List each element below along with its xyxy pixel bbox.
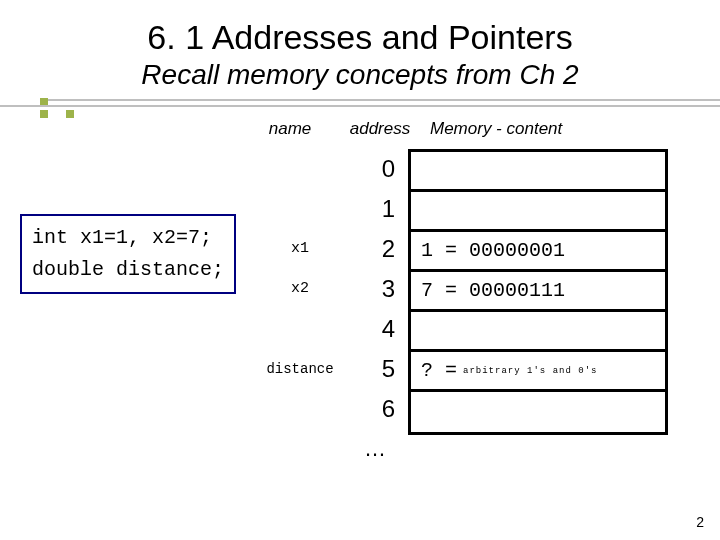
var-name-x1: x1 (260, 229, 340, 269)
mem-cell-0 (411, 152, 665, 192)
name-column: x1 x2 distance (260, 149, 340, 429)
addr-0: 0 (355, 149, 395, 189)
addr-4: 4 (355, 309, 395, 349)
memory-box: 1 = 00000001 7 = 00000111 ? = arbitrary … (408, 149, 668, 435)
column-headers: name address Memory - content (240, 119, 670, 139)
mem-cell-5: ? = arbitrary 1's and 0's (411, 352, 665, 392)
addr-ellipsis: … (355, 429, 395, 469)
code-line-2: double distance; (32, 254, 224, 286)
mem-cell-3: 7 = 00000111 (411, 272, 665, 312)
header-name: name (240, 119, 340, 139)
mem-cell-6 (411, 392, 665, 432)
page-number: 2 (696, 514, 704, 530)
mem-cell-4 (411, 312, 665, 352)
addr-6: 6 (355, 389, 395, 429)
var-name-distance: distance (260, 349, 340, 389)
mem-cell-2: 1 = 00000001 (411, 232, 665, 272)
diagram: name address Memory - content int x1=1, … (0, 119, 720, 499)
address-column: 0 1 2 3 4 5 6 … (355, 149, 395, 469)
slide-title: 6. 1 Addresses and Pointers (0, 18, 720, 57)
header-address: address (340, 119, 420, 139)
code-box: int x1=1, x2=7; double distance; (20, 214, 236, 294)
addr-5: 5 (355, 349, 395, 389)
mem-cell-5-prefix: ? = (421, 359, 457, 382)
mem-cell-5-arbitrary: arbitrary 1's and 0's (463, 366, 597, 376)
mem-cell-1 (411, 192, 665, 232)
addr-1: 1 (355, 189, 395, 229)
code-line-1: int x1=1, x2=7; (32, 222, 224, 254)
var-name-x2: x2 (260, 269, 340, 309)
slide-subtitle: Recall memory concepts from Ch 2 (0, 59, 720, 91)
addr-2: 2 (355, 229, 395, 269)
header-memory: Memory - content (420, 119, 670, 139)
divider (0, 99, 720, 113)
addr-3: 3 (355, 269, 395, 309)
